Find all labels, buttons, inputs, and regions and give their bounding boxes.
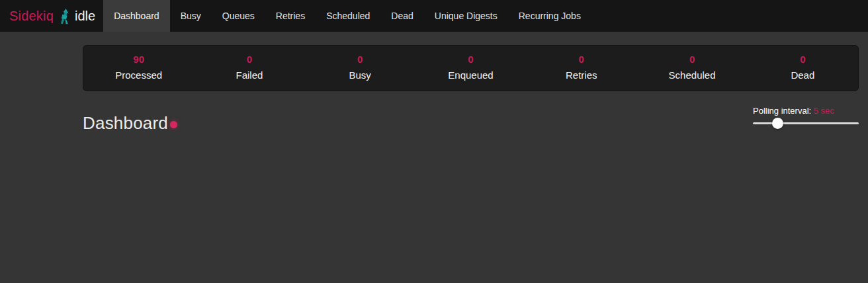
nav-item-recurring-jobs[interactable]: Recurring Jobs xyxy=(508,0,591,32)
nav-item-unique-digests[interactable]: Unique Digests xyxy=(424,0,508,32)
sidekiq-dashboard-page: { "colors": { "accent": "#c81a55", "beac… xyxy=(0,0,868,283)
nav-item-dead[interactable]: Dead xyxy=(380,0,423,32)
stat-failed: 0 Failed xyxy=(194,46,304,91)
stat-failed-value: 0 xyxy=(194,54,304,65)
stat-dead-label: Dead xyxy=(748,69,858,81)
page-title: Dashboard xyxy=(83,113,168,134)
sidekiq-gnome-logo-icon xyxy=(60,9,70,24)
stat-scheduled: 0 Scheduled xyxy=(636,46,747,91)
dashboard-realtime-chart xyxy=(0,139,868,283)
stat-processed: 90 Processed xyxy=(83,46,194,91)
main-nav: Dashboard Busy Queues Retries Scheduled … xyxy=(103,0,591,32)
navbar: Sidekiq idle Dashboard Busy Queues Retri… xyxy=(0,0,868,32)
stat-retries: 0 Retries xyxy=(526,46,636,91)
stat-retries-label: Retries xyxy=(526,69,636,81)
polling-interval-slider[interactable] xyxy=(753,122,859,124)
nav-item-dashboard[interactable]: Dashboard xyxy=(103,0,170,32)
stat-scheduled-value: 0 xyxy=(636,54,747,65)
stat-scheduled-label: Scheduled xyxy=(636,69,747,81)
stat-processed-label: Processed xyxy=(83,69,194,81)
nav-item-queues[interactable]: Queues xyxy=(212,0,265,32)
status-badge: idle xyxy=(75,9,95,24)
brand-name: Sidekiq xyxy=(9,9,54,24)
stat-retries-value: 0 xyxy=(526,54,636,65)
polling-control: Polling interval: 5 sec xyxy=(753,106,859,124)
stat-busy-label: Busy xyxy=(305,69,415,81)
live-beacon-icon xyxy=(170,121,177,128)
stat-enqueued: 0 Enqueued xyxy=(415,46,526,91)
polling-label-text: Polling interval: xyxy=(753,106,811,116)
stat-failed-label: Failed xyxy=(194,69,304,81)
stat-enqueued-value: 0 xyxy=(415,54,526,65)
brand-link[interactable]: Sidekiq idle xyxy=(0,0,102,32)
stat-dead: 0 Dead xyxy=(748,46,858,91)
summary-stats-bar: 90 Processed 0 Failed 0 Busy 0 Enqueued … xyxy=(83,45,859,91)
stat-dead-value: 0 xyxy=(748,54,858,65)
polling-value: 5 sec xyxy=(814,106,834,116)
polling-label: Polling interval: 5 sec xyxy=(753,106,859,116)
stat-busy-value: 0 xyxy=(305,54,415,65)
nav-item-retries[interactable]: Retries xyxy=(265,0,316,32)
stat-busy: 0 Busy xyxy=(305,46,415,91)
nav-item-scheduled[interactable]: Scheduled xyxy=(316,0,380,32)
nav-item-busy[interactable]: Busy xyxy=(170,0,212,32)
stat-processed-value: 90 xyxy=(83,54,194,65)
stat-enqueued-label: Enqueued xyxy=(415,69,526,81)
